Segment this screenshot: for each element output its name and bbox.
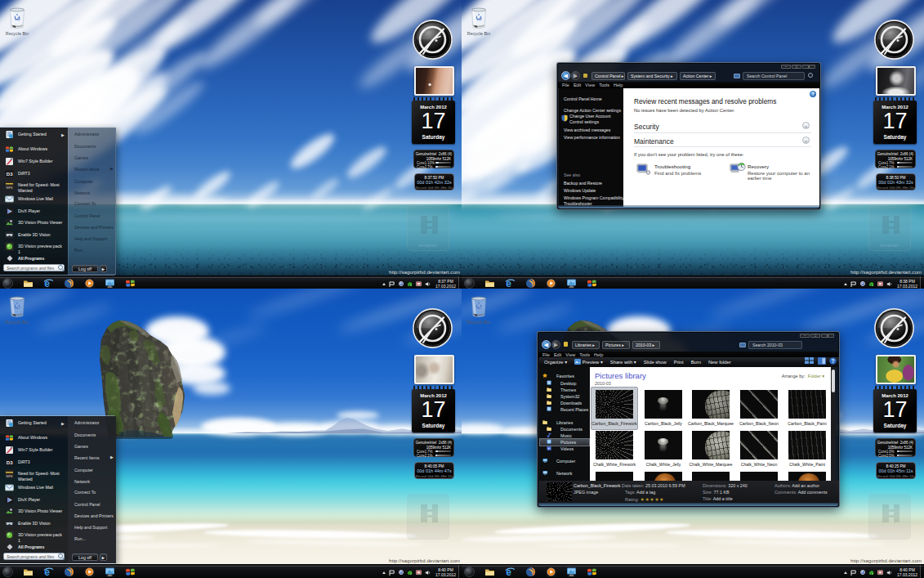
svg-text:NFS: NFS <box>7 474 13 478</box>
svg-text:D3: D3 <box>7 172 13 177</box>
svg-text:D3: D3 <box>7 460 13 465</box>
svg-text:?: ? <box>832 358 835 364</box>
svg-text:NFS: NFS <box>7 186 13 190</box>
